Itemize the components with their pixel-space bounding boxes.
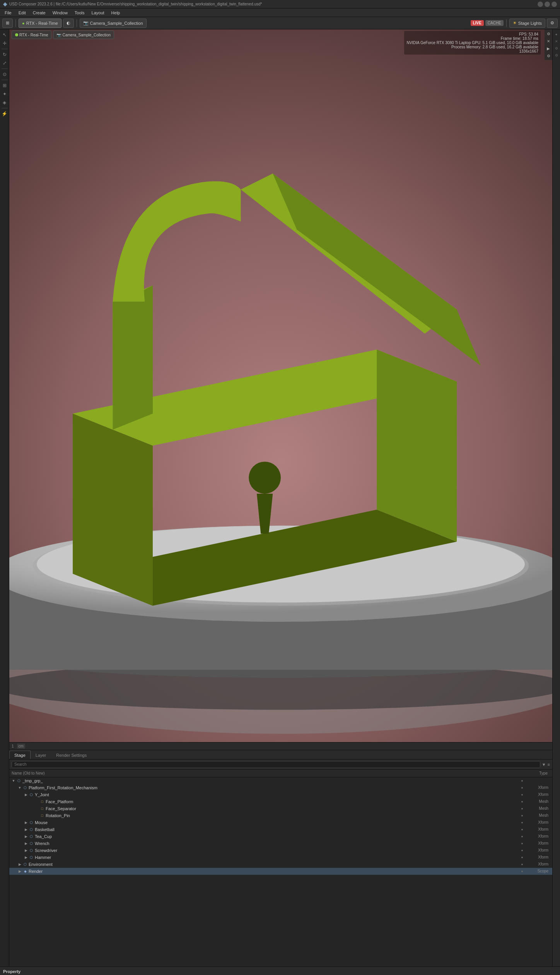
menu-window[interactable]: Window [50, 10, 71, 16]
vrt-arrow[interactable]: ▶ [545, 45, 552, 52]
expand-icon[interactable]: ▶ [17, 862, 22, 867]
expand-icon[interactable]: ▼ [11, 778, 16, 783]
visibility-icon[interactable]: ● [519, 785, 525, 791]
tree-item-type: Xform [525, 855, 548, 859]
tree-row[interactable]: ▶ ⬡ Screwdriver ● Xform [9, 847, 552, 854]
live-badge[interactable]: LIVE [471, 20, 484, 26]
visibility-icon[interactable]: ● [519, 812, 525, 819]
filter-icon[interactable]: ▼ [542, 762, 546, 767]
tree-row[interactable]: ▼ ⬡ Platform_First_Rotation_Mechanism ● … [9, 784, 552, 791]
tool-rotate[interactable]: ↻ [1, 51, 9, 58]
tree-item-type: Xform [525, 834, 548, 838]
viewport-rtx-btn[interactable]: RTX - Real-Time [12, 31, 51, 39]
title-bar-left: ◈ USD Composer 2023.2.6 | file:/C:/Users… [3, 1, 262, 7]
tree-item-name: Basketball [35, 827, 519, 832]
expand-icon[interactable]: ▶ [23, 792, 29, 797]
tree-row[interactable]: ▶ ⬡ Tea_Cup ● Xform [9, 833, 552, 840]
xform-icon: ⬡ [29, 848, 34, 853]
vrt-settings[interactable]: ⚙ [545, 30, 552, 37]
visibility-icon[interactable]: ● [519, 840, 525, 847]
tree-row[interactable]: ▶ ⬡ Basketball ● Xform [9, 826, 552, 833]
rp-gear[interactable]: ⚙ [553, 45, 560, 51]
maximize-button[interactable] [545, 2, 550, 7]
visibility-icon[interactable]: ● [519, 847, 525, 854]
camera-button[interactable]: 📷 Camera_Sample_Collection [80, 19, 147, 28]
visibility-icon[interactable]: ● [519, 792, 525, 798]
expand-icon[interactable]: ▶ [23, 855, 29, 860]
tool-snap[interactable]: ⊞ [1, 82, 9, 89]
xform-icon: ⬡ [29, 834, 34, 839]
tool-material[interactable]: ◈ [1, 99, 9, 106]
menu-edit[interactable]: Edit [15, 10, 29, 16]
tree-row[interactable]: ▼ ⬡ _tmp_grp_ ● [9, 777, 552, 784]
toolbar-grid-button[interactable]: ⊞ [2, 19, 13, 28]
expand-icon[interactable]: ▶ [23, 820, 29, 825]
tool-light[interactable]: ✦ [1, 90, 9, 98]
title-bar-controls[interactable] [538, 2, 557, 7]
visibility-icon[interactable]: ● [519, 861, 525, 867]
minimize-button[interactable] [538, 2, 543, 7]
menu-help[interactable]: Help [108, 10, 123, 16]
cache-badge[interactable]: CACHE [485, 20, 504, 26]
tab-render-settings[interactable]: Render Settings [51, 751, 92, 759]
tree-row[interactable]: ▶ □ Rotation_Pin ● Mesh [9, 812, 552, 819]
tree-row[interactable]: ▶ □ Face_Platform ● Mesh [9, 798, 552, 805]
property-panel: Property + Add Render Prim Path /Render … [0, 966, 560, 975]
rp-eye[interactable]: ● [553, 31, 560, 38]
expand-icon[interactable]: ▶ [23, 827, 29, 832]
tree-row[interactable]: ▶ ⬡ Environment ● Xform [9, 861, 552, 868]
visibility-icon[interactable]: ● [519, 819, 525, 826]
tree-item-type: Xform [525, 820, 548, 824]
tree-row[interactable]: ▶ ⬡ Wrench ● Xform [9, 840, 552, 847]
viewport[interactable]: RTX - Real-Time 📷 Camera_Sample_Collecti… [9, 29, 552, 750]
toolbar-settings-button[interactable]: ⚙ [547, 19, 558, 28]
tree-row-render[interactable]: ▶ ◈ Render ● Scope [9, 868, 552, 875]
tool-camera[interactable]: ⊙ [1, 70, 9, 78]
rtx-button[interactable]: ● RTX - Real-Time [19, 19, 61, 28]
stage-tree[interactable]: ▼ ⬡ _tmp_grp_ ● ▼ ⬡ Platform_First_Rotat… [9, 777, 552, 966]
vrt-gear2[interactable]: ⚙ [545, 52, 552, 59]
stage-lights-button[interactable]: ☀ Stage Lights [509, 19, 545, 28]
rp-x[interactable]: ✕ [553, 38, 560, 44]
close-button[interactable] [551, 2, 557, 7]
visibility-icon[interactable]: ● [519, 854, 525, 860]
tree-row[interactable]: ▶ ⬡ Mouse ● Xform [9, 819, 552, 826]
visibility-icon[interactable]: ● [519, 806, 525, 812]
menu-create[interactable]: Create [30, 10, 49, 16]
tool-physics[interactable]: ⚡ [1, 110, 9, 118]
gpu-display: NVIDIA GeForce RTX 3080 Ti Laptop GPU: 5… [406, 41, 538, 45]
tool-select[interactable]: ↖ [1, 31, 9, 39]
vrt-close[interactable]: ✕ [545, 38, 552, 44]
menu-icon[interactable]: ≡ [548, 762, 550, 767]
tree-item-name: Hammer [35, 855, 519, 860]
stage-panel: ▼ ≡ Name (Old to New) Type ▼ ⬡ _tmp_grp_ [9, 759, 552, 966]
viewport-camera-btn[interactable]: 📷 Camera_Sample_Collection [53, 31, 114, 39]
visibility-icon[interactable]: ● [519, 826, 525, 833]
menu-file[interactable]: File [2, 10, 15, 16]
stage-search-input[interactable] [12, 761, 540, 768]
tab-stage[interactable]: Stage [9, 751, 31, 759]
rp-gear2[interactable]: ⚙ [553, 52, 560, 58]
expand-icon[interactable]: ▶ [23, 841, 29, 846]
tool-move[interactable]: ✛ [1, 39, 9, 47]
tree-row[interactable]: ▶ ⬡ Hammer ● Xform [9, 854, 552, 861]
visibility-icon[interactable]: ● [519, 799, 525, 805]
toolbar-display-button[interactable]: ◐ [63, 19, 74, 28]
xform-icon: ⬡ [29, 827, 34, 832]
expand-icon[interactable]: ▼ [17, 785, 22, 790]
tool-scale[interactable]: ⤢ [1, 59, 9, 67]
svg-marker-11 [377, 350, 457, 542]
tab-layer[interactable]: Layer [31, 751, 51, 759]
visibility-icon[interactable]: ● [519, 778, 525, 784]
expand-icon[interactable]: ▶ [17, 869, 22, 874]
tree-row[interactable]: ▶ ⬡ Y_Joint ● Xform [9, 791, 552, 798]
menu-layout[interactable]: Layout [89, 10, 108, 16]
expand-icon[interactable]: ▶ [23, 834, 29, 839]
rtx-label: RTX - Real-Time [26, 21, 58, 26]
expand-icon[interactable]: ▶ [23, 848, 29, 853]
visibility-icon[interactable]: ● [519, 833, 525, 840]
tree-row[interactable]: ▶ □ Face_Separator ● Mesh [9, 805, 552, 812]
tree-item-name: _tmp_grp_ [22, 778, 519, 783]
visibility-icon[interactable]: ● [519, 868, 525, 874]
menu-tools[interactable]: Tools [72, 10, 88, 16]
